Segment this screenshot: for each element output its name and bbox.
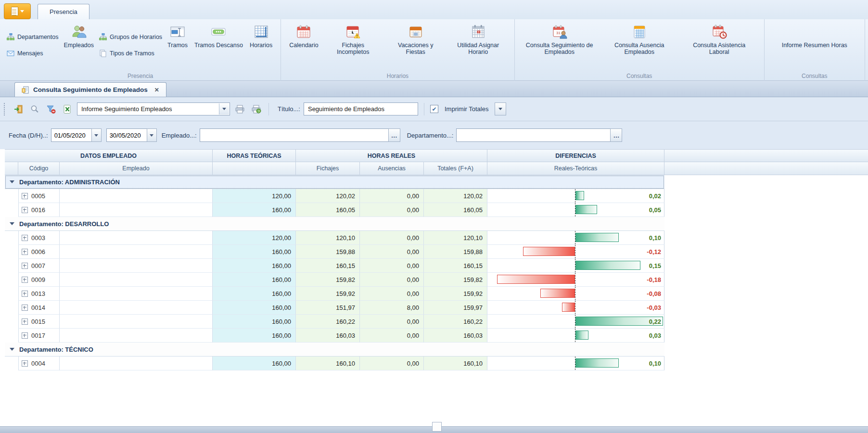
codigo-cell[interactable]: 0014 [18,301,60,315]
codigo-cell[interactable]: 0017 [18,329,60,343]
expand-plus-icon[interactable] [22,277,28,283]
header-horas-teoricas[interactable]: HORAS TEÓRICAS [213,149,296,162]
codigo-cell[interactable]: 0005 [18,189,60,203]
export-excel-button[interactable] [61,102,74,115]
grupos-horarios-button[interactable]: Grupos de Horarios [99,33,162,41]
header-diferencias[interactable]: DIFERENCIAS [487,149,664,162]
printer-icon [235,104,245,114]
group-row-label: Departamento: ADMINISTRACIÓN [19,178,120,186]
print-preview-button[interactable]: ? [250,102,263,115]
expand-plus-icon[interactable] [22,360,28,367]
header-totales[interactable]: Totales (F+A) [424,162,487,175]
table-row[interactable]: 0009160,00159,820,00159,82-0,18 [5,273,868,287]
chevron-down-icon[interactable] [10,348,14,351]
table-row[interactable]: 0005120,00120,020,00120,020,02 [5,189,868,203]
fecha-desde-dropdown-button[interactable] [91,128,102,142]
empleados-button[interactable]: Empleados [60,22,97,51]
codigo-value: 0014 [31,304,45,311]
header-horas-teoricas-sub[interactable] [213,162,296,175]
tramos-label: Tramos [167,42,188,49]
expand-plus-icon[interactable] [22,235,28,241]
document-tab-consulta-seguimiento[interactable]: Consulta Seguimiento de Empleados ✕ [14,82,166,97]
tramos-descanso-button[interactable]: Tramos Descanso [191,22,246,51]
row-indent [5,231,18,245]
departamentos-button[interactable]: Departamentos [7,33,58,41]
header-datos-empleado[interactable]: DATOS EMPLEADO [5,149,213,162]
codigo-cell[interactable]: 0013 [18,287,60,301]
departamento-input[interactable] [456,128,610,142]
header-empleado[interactable]: Empleado [60,162,213,175]
header-fichajes[interactable]: Fichajes [296,162,360,175]
empleado-input[interactable] [200,128,388,142]
fecha-hasta-input[interactable] [106,128,147,142]
horarios-button[interactable]: Horarios [246,22,276,51]
group-row[interactable]: Departamento: ADMINISTRACIÓN [5,175,664,189]
table-row[interactable]: 0013160,00159,920,00159,92-0,08 [5,287,868,301]
expand-plus-icon[interactable] [22,249,28,255]
toolbar-drag-grip[interactable] [4,103,7,115]
header-codigo[interactable]: Código [18,162,60,175]
tipos-tramos-button[interactable]: Tipos de Tramos [99,50,162,57]
table-row[interactable]: 0014160,00151,978,00159,97-0,03 [5,301,868,315]
codigo-cell[interactable]: 0009 [18,273,60,287]
print-button[interactable] [233,102,246,115]
table-row[interactable]: 0017160,00160,030,00160,030,03 [5,329,868,343]
application-menu-button[interactable] [4,3,31,19]
empleado-lookup-button[interactable]: … [388,128,400,142]
codigo-cell[interactable]: 0015 [18,315,60,329]
codigo-cell[interactable]: 0006 [18,245,60,259]
vacaciones-fiestas-button[interactable]: Vacaciones y Fiestas [384,22,447,58]
horizontal-splitter[interactable] [0,426,868,433]
fecha-desde-input[interactable] [51,128,91,142]
header-ausencias[interactable]: Ausencias [360,162,424,175]
expand-plus-icon[interactable] [22,318,28,325]
codigo-cell[interactable]: 0007 [18,259,60,273]
utilidad-asignar-horario-button[interactable]: Utilidad Asignar Horario [447,22,510,58]
chevron-down-icon[interactable] [10,222,14,225]
expand-plus-icon[interactable] [22,207,28,213]
imprimir-totales-options-button[interactable] [495,102,506,115]
table-row[interactable]: 0004160,00160,100,00160,100,10 [5,357,868,370]
informe-resumen-horas-button[interactable]: Informe Resumen Horas [769,22,860,68]
fecha-hasta-dropdown-button[interactable] [147,128,157,142]
header-horas-reales[interactable]: HORAS REALES [296,149,487,162]
splitter-handle[interactable] [432,422,442,432]
expand-plus-icon[interactable] [22,263,28,269]
table-row[interactable]: 0007160,00160,150,00160,150,15 [5,259,868,273]
codigo-cell[interactable]: 0004 [18,357,60,370]
table-row[interactable]: 0003120,00120,100,00120,100,10 [5,231,868,245]
tramos-button[interactable]: Tramos [164,22,191,51]
filter-button[interactable] [44,102,57,115]
consulta-asistencia-laboral-button[interactable]: Consulta Asistencia Laboral [679,22,759,58]
expand-plus-icon[interactable] [22,332,28,339]
table-row[interactable]: 0016160,00160,050,00160,050,05 [5,203,868,217]
expand-plus-icon[interactable] [22,291,28,297]
expand-plus-icon[interactable] [22,305,28,311]
imprimir-totales-checkbox[interactable]: ✔ [430,105,438,113]
fichajes-incompletos-button[interactable]: Fichajes Incompletos [322,22,384,58]
search-button[interactable] [28,102,41,115]
departamento-lookup-button[interactable]: … [610,128,622,142]
expand-plus-icon[interactable] [22,193,28,199]
tab-presencia[interactable]: Presencia [38,4,89,19]
table-row[interactable]: 0015160,00160,220,00160,220,22 [5,315,868,329]
group-row[interactable]: Departamento: DESARROLLO [5,217,664,231]
mensajes-button[interactable]: Mensajes [7,50,58,57]
chevron-down-icon[interactable] [219,103,229,115]
table-row[interactable]: 0006160,00159,880,00159,88-0,12 [5,245,868,259]
report-selector-combo[interactable]: Informe Seguimiento Empleados [77,102,230,115]
group-row[interactable]: Departamento: TÉCNICO [5,343,664,357]
codigo-cell[interactable]: 0003 [18,231,60,245]
diferencia-cell: 0,02 [487,189,664,203]
consulta-seguimiento-empleados-button[interactable]: 31 Consulta Seguimiento de Empleados [520,22,600,58]
chevron-down-icon[interactable] [10,180,14,183]
codigo-cell[interactable]: 0016 [18,203,60,217]
ausencias-cell: 0,00 [360,315,424,329]
header-reales-teoricas[interactable]: Reales-Teóricas [487,162,664,175]
titulo-input[interactable] [304,102,418,115]
close-icon[interactable]: ✕ [152,87,159,93]
calendario-button[interactable]: Calendario [286,22,321,51]
exit-button[interactable] [12,102,25,115]
fichajes-cell: 160,15 [296,259,360,273]
consulta-ausencia-empleados-button[interactable]: Consulta Ausencia Empleados [600,22,679,58]
